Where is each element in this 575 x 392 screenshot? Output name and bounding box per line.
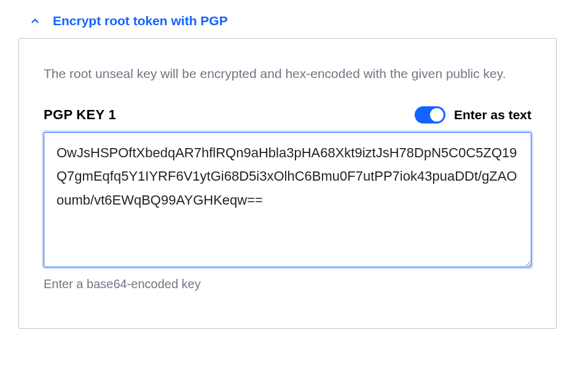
- toggle-knob: [430, 108, 444, 122]
- panel-description: The root unseal key will be encrypted an…: [44, 63, 531, 84]
- helper-text: Enter a base64-encoded key: [44, 277, 531, 291]
- chevron-up-icon: [29, 15, 41, 26]
- toggle-wrap: Enter as text: [415, 106, 531, 123]
- accordion-header[interactable]: Encrypt root token with PGP: [18, 5, 557, 37]
- accordion-panel: The root unseal key will be encrypted an…: [18, 38, 557, 329]
- accordion-title: Encrypt root token with PGP: [53, 14, 228, 28]
- pgp-key-label: PGP KEY 1: [44, 107, 116, 123]
- toggle-label: Enter as text: [454, 108, 531, 122]
- enter-as-text-toggle[interactable]: [415, 106, 445, 123]
- field-header-row: PGP KEY 1 Enter as text: [44, 106, 531, 123]
- pgp-key-textarea[interactable]: [44, 132, 531, 267]
